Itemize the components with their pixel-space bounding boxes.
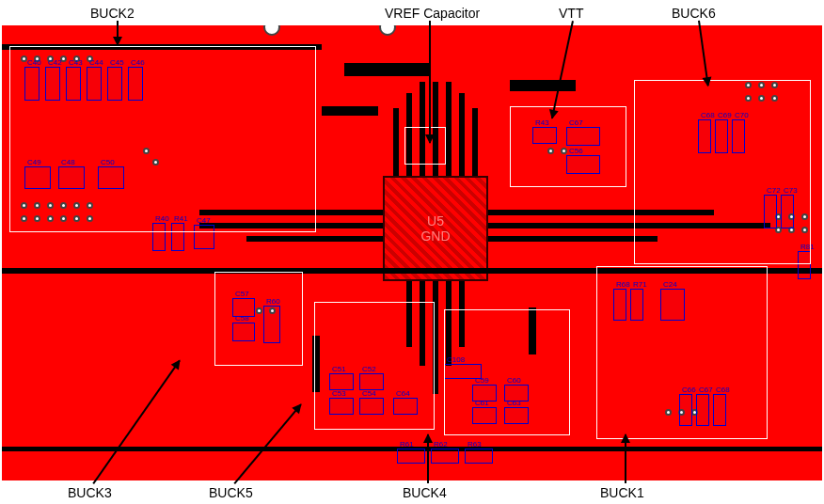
label-vref: VREF Capacitor bbox=[385, 6, 480, 21]
slot bbox=[510, 80, 576, 91]
trace bbox=[446, 82, 452, 176]
label-buck1: BUCK1 bbox=[600, 485, 644, 500]
trace bbox=[488, 236, 658, 242]
mounting-hole bbox=[263, 25, 280, 36]
arrow-buck4 bbox=[427, 434, 429, 483]
pcb-layout: U5 GND C40 C42 C43 C bbox=[2, 25, 822, 480]
mounting-hole bbox=[379, 25, 396, 36]
region-buck3 bbox=[214, 272, 303, 366]
label-buck2: BUCK2 bbox=[90, 6, 135, 21]
arrow-buck1 bbox=[625, 434, 626, 483]
region-vtt bbox=[510, 106, 626, 187]
arrow-buck2 bbox=[117, 21, 119, 45]
label-vtt: VTT bbox=[559, 6, 583, 21]
region-vref bbox=[404, 127, 446, 165]
trace bbox=[459, 93, 465, 176]
ic-label: U5 GND bbox=[420, 213, 450, 244]
label-buck5: BUCK5 bbox=[209, 485, 253, 500]
label-buck3: BUCK3 bbox=[68, 485, 112, 500]
region-buck5 bbox=[314, 302, 435, 430]
trace bbox=[472, 108, 478, 176]
slot bbox=[344, 63, 429, 76]
arrow-vref bbox=[429, 21, 431, 143]
trace bbox=[393, 108, 399, 176]
region-buck1 bbox=[596, 266, 768, 439]
label-buck6: BUCK6 bbox=[672, 6, 716, 21]
region-buck6 bbox=[634, 80, 811, 264]
label-buck4: BUCK4 bbox=[403, 485, 447, 500]
region-buck4 bbox=[444, 309, 570, 435]
slot bbox=[322, 106, 378, 116]
ic-u5: U5 GND bbox=[383, 176, 488, 281]
region-buck2 bbox=[9, 46, 316, 232]
trace bbox=[246, 236, 383, 242]
